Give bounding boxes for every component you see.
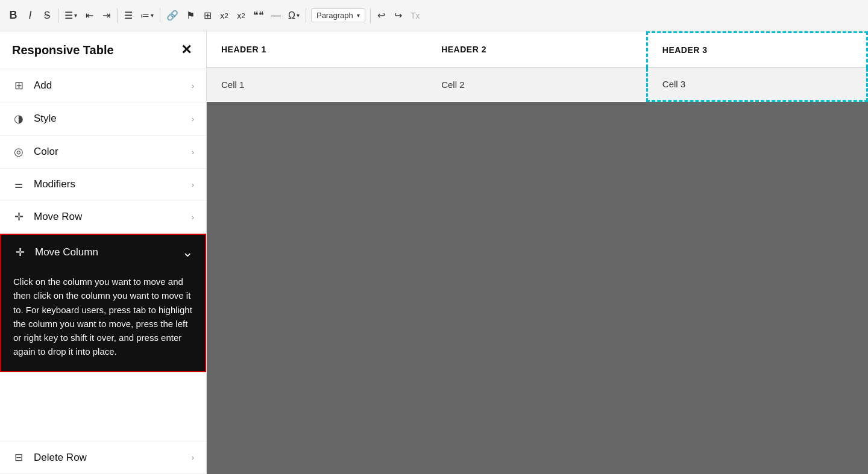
table-row: Cell 1 Cell 2 Cell 3 xyxy=(207,67,867,101)
sidebar-item-color-label: Color xyxy=(34,146,58,158)
sidebar-item-delete-row[interactable]: ⊟ Delete Row › xyxy=(0,441,206,474)
main-area: Responsive Table ✕ ⊞ Add › ◑ Style › ◎ C… xyxy=(0,31,868,474)
italic-button[interactable]: I xyxy=(22,7,39,24)
paragraph-label: Paragraph xyxy=(316,11,353,20)
move-row-icon: ✛ xyxy=(12,210,25,223)
sep1 xyxy=(58,8,58,23)
omega-button[interactable]: Ω▾ xyxy=(285,8,303,23)
sidebar: Responsive Table ✕ ⊞ Add › ◑ Style › ◎ C… xyxy=(0,31,207,474)
table-cell-2: Cell 2 xyxy=(427,67,647,101)
numbered-list-button[interactable]: ≔▾ xyxy=(137,8,157,23)
dash-button[interactable]: — xyxy=(268,8,285,23)
sep5 xyxy=(370,8,371,23)
table-wrapper: HEADER 1 HEADER 2 HEADER 3 Cell 1 Cell 2… xyxy=(207,31,868,102)
sidebar-item-move-row-label: Move Row xyxy=(34,211,82,223)
move-column-chevron: ⌄ xyxy=(182,245,193,260)
sidebar-item-modifiers-label: Modifiers xyxy=(34,178,75,190)
move-row-chevron: › xyxy=(192,213,194,222)
clear-format-button[interactable]: Tx xyxy=(407,8,424,23)
sidebar-item-delete-row-label: Delete Row xyxy=(34,452,87,464)
color-icon: ◎ xyxy=(12,145,25,158)
table-header-3: HEADER 3 xyxy=(647,33,867,68)
sidebar-item-move-row[interactable]: ✛ Move Row › xyxy=(0,201,206,234)
sep2 xyxy=(117,8,118,23)
table-button[interactable]: ⊞ xyxy=(199,7,216,23)
sidebar-item-add-label: Add xyxy=(34,80,52,92)
sidebar-header: Responsive Table ✕ xyxy=(0,31,206,69)
flag-button[interactable]: ⚑ xyxy=(182,7,199,23)
subscript-button[interactable]: x2 xyxy=(233,8,250,23)
bold-button[interactable]: B xyxy=(5,7,22,24)
sidebar-item-style[interactable]: ◑ Style › xyxy=(0,102,206,136)
sidebar-item-modifiers[interactable]: ⚌ Modifiers › xyxy=(0,169,206,201)
move-column-description: Click on the column you want to move and… xyxy=(1,270,205,371)
bullets-button[interactable]: ☰ xyxy=(120,7,137,23)
table-header-row: HEADER 1 HEADER 2 HEADER 3 xyxy=(207,33,867,68)
move-column-icon: ✛ xyxy=(13,246,27,259)
table-cell-3: Cell 3 xyxy=(647,67,867,101)
sidebar-item-add[interactable]: ⊞ Add › xyxy=(0,69,206,102)
add-icon: ⊞ xyxy=(12,79,25,92)
table-header-2: HEADER 2 xyxy=(427,33,647,68)
align-button[interactable]: ☰▾ xyxy=(61,7,81,23)
responsive-table: HEADER 1 HEADER 2 HEADER 3 Cell 1 Cell 2… xyxy=(207,31,868,102)
redo-button[interactable]: ↪ xyxy=(390,7,407,23)
quote-button[interactable]: ❝❝ xyxy=(250,7,268,23)
indent-button[interactable]: ⇥ xyxy=(98,7,115,23)
style-icon: ◑ xyxy=(12,112,25,125)
modifiers-icon: ⚌ xyxy=(12,179,25,190)
add-chevron: › xyxy=(192,81,194,90)
table-header-1: HEADER 1 xyxy=(207,33,427,68)
table-cell-1: Cell 1 xyxy=(207,67,427,101)
move-column-label: Move Column xyxy=(35,246,98,258)
editor-toolbar: B I S ☰▾ ⇤ ⇥ ☰ ≔▾ 🔗 ⚑ ⊞ x2 x2 ❝❝ — Ω▾ Pa… xyxy=(0,0,868,31)
content-area: HEADER 1 HEADER 2 HEADER 3 Cell 1 Cell 2… xyxy=(207,31,868,474)
sidebar-title: Responsive Table xyxy=(12,43,114,57)
strikethrough-button[interactable]: S xyxy=(39,8,55,23)
delete-row-icon: ⊟ xyxy=(12,451,25,464)
modifiers-chevron: › xyxy=(192,180,194,189)
undo-button[interactable]: ↩ xyxy=(373,7,390,23)
sep4 xyxy=(306,8,306,23)
move-column-header[interactable]: ✛ Move Column ⌄ xyxy=(1,235,205,270)
style-chevron: › xyxy=(192,114,194,123)
link-button[interactable]: 🔗 xyxy=(163,7,182,23)
color-chevron: › xyxy=(192,148,194,157)
outdent-button[interactable]: ⇤ xyxy=(81,7,98,23)
sidebar-item-style-label: Style xyxy=(34,113,57,125)
sidebar-item-move-column[interactable]: ✛ Move Column ⌄ Click on the column you … xyxy=(0,234,206,372)
delete-row-chevron: › xyxy=(192,453,194,462)
sidebar-close-button[interactable]: ✕ xyxy=(178,42,194,58)
paragraph-dropdown[interactable]: Paragraph ▾ xyxy=(311,8,365,22)
paragraph-chevron: ▾ xyxy=(357,12,360,19)
sidebar-item-color[interactable]: ◎ Color › xyxy=(0,136,206,169)
sep3 xyxy=(160,8,160,23)
superscript-button[interactable]: x2 xyxy=(216,8,233,23)
